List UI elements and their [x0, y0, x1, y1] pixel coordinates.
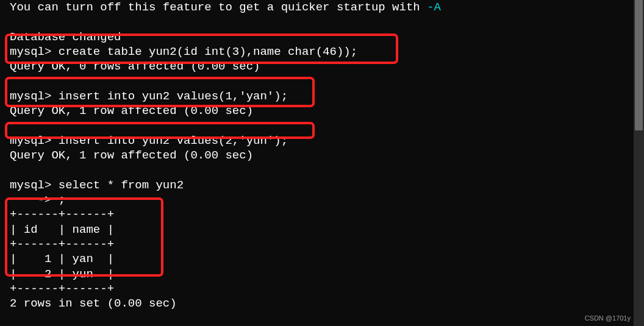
scrollbar-thumb[interactable] — [635, 0, 643, 130]
terminal-text: +------+------+ — [10, 282, 114, 296]
terminal-line: | 1 | yan | — [10, 252, 441, 266]
terminal-text: mysql> insert into yun2 values(1,'yan'); — [10, 90, 288, 103]
terminal-line: Query OK, 1 row affected (0.00 sec) — [10, 104, 441, 118]
terminal-text: Database changed — [10, 30, 121, 44]
terminal-line: Database changed — [10, 30, 441, 44]
terminal-text: Query OK, 0 rows affected (0.00 sec) — [10, 60, 260, 73]
terminal-text: +------+------+ — [10, 208, 114, 221]
terminal-text: -> ; — [10, 193, 65, 207]
terminal-text: +------+------+ — [10, 238, 114, 251]
vertical-scrollbar[interactable] — [634, 0, 644, 326]
terminal-text: | 2 | yun | — [10, 268, 114, 281]
terminal-line: mysql> insert into yun2 values(2,'yun'); — [10, 133, 441, 148]
terminal-line: | id | name | — [10, 222, 441, 237]
terminal-line: mysql> create table yun2(id int(3),name … — [10, 44, 441, 59]
watermark-text: CSDN @1701y — [585, 314, 631, 322]
terminal-line — [10, 15, 441, 29]
terminal-line: Query OK, 0 rows affected (0.00 sec) — [10, 59, 441, 74]
terminal-line: 2 rows in set (0.00 sec) — [10, 296, 441, 311]
terminal-line: mysql> insert into yun2 values(1,'yan'); — [10, 89, 441, 104]
terminal-text: 2 rows in set (0.00 sec) — [10, 297, 177, 310]
terminal-line: mysql> select * from yun2 — [10, 178, 441, 193]
terminal-line: Query OK, 1 row affected (0.00 sec) — [10, 148, 441, 163]
terminal-text: You can turn off this feature to get a q… — [10, 1, 427, 14]
terminal-line: You can turn off this feature to get a q… — [10, 0, 441, 15]
terminal-line: +------+------+ — [10, 237, 441, 252]
terminal-line: +------+------+ — [10, 282, 441, 296]
terminal-line: +------+------+ — [10, 207, 441, 222]
terminal-line: | 2 | yun | — [10, 267, 441, 282]
terminal-text: mysql> create table yun2(id int(3),name … — [10, 45, 357, 58]
terminal-line — [10, 119, 441, 133]
terminal-text: Query OK, 1 row affected (0.00 sec) — [10, 149, 253, 162]
terminal-text: mysql> select * from yun2 — [10, 179, 184, 192]
terminal-text: | 1 | yan | — [10, 252, 114, 266]
terminal-text: Query OK, 1 row affected (0.00 sec) — [10, 104, 253, 118]
terminal-line: -> ; — [10, 193, 441, 207]
terminal-text: mysql> insert into yun2 values(2,'yun'); — [10, 134, 288, 147]
terminal-text: | id | name | — [10, 223, 114, 236]
terminal-text-highlight: -A — [427, 1, 441, 14]
terminal-line — [10, 74, 441, 89]
terminal-output[interactable]: You can turn off this feature to get a q… — [10, 0, 441, 326]
terminal-line — [10, 163, 441, 177]
terminal-line — [10, 311, 441, 326]
